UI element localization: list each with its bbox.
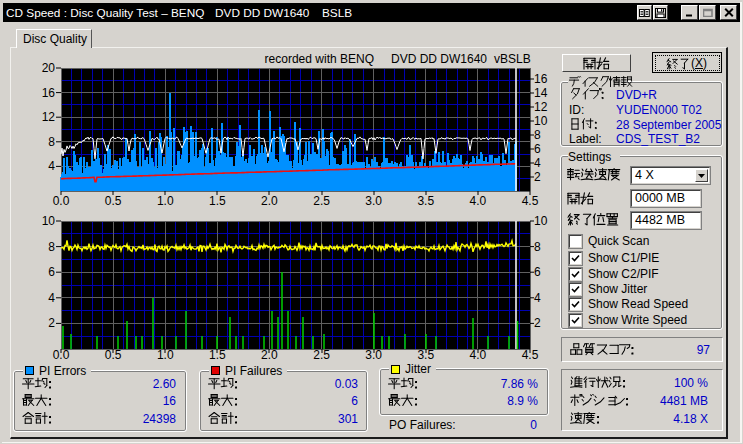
svg-text:2: 2: [534, 170, 541, 184]
svg-text:4: 4: [48, 159, 55, 173]
svg-text:1.5: 1.5: [209, 194, 226, 208]
svg-text:1.5: 1.5: [209, 348, 226, 362]
svg-text:1.0: 1.0: [157, 194, 174, 208]
svg-text:0.0: 0.0: [53, 194, 70, 208]
svg-text:recorded with BENQ: recorded with BENQ: [265, 52, 374, 66]
svg-text:8: 8: [534, 128, 541, 142]
svg-text:4: 4: [48, 291, 55, 305]
svg-text:8: 8: [48, 240, 55, 254]
svg-text:2.0: 2.0: [261, 194, 278, 208]
svg-text:3.0: 3.0: [365, 348, 382, 362]
svg-text:2: 2: [534, 316, 541, 330]
svg-text:3.5: 3.5: [417, 194, 434, 208]
svg-text:20: 20: [42, 61, 56, 75]
svg-text:3.5: 3.5: [417, 348, 434, 362]
svg-text:2.0: 2.0: [261, 348, 278, 362]
svg-text:4.5: 4.5: [522, 194, 539, 208]
svg-text:10: 10: [42, 214, 56, 228]
svg-text:10: 10: [534, 114, 548, 128]
svg-text:3.0: 3.0: [365, 194, 382, 208]
svg-text:0.0: 0.0: [53, 348, 70, 362]
svg-text:10: 10: [534, 214, 548, 228]
svg-text:6: 6: [48, 265, 55, 279]
svg-text:4.0: 4.0: [470, 194, 487, 208]
svg-text:6: 6: [534, 142, 541, 156]
svg-text:2: 2: [48, 316, 55, 330]
svg-text:DVD DD DW1640: DVD DD DW1640: [391, 52, 487, 66]
svg-text:4.5: 4.5: [522, 348, 539, 362]
svg-text:4: 4: [534, 291, 541, 305]
svg-text:2.5: 2.5: [313, 348, 330, 362]
svg-text:4.0: 4.0: [470, 348, 487, 362]
svg-text:16: 16: [534, 72, 548, 86]
svg-text:6: 6: [534, 265, 541, 279]
svg-text:12: 12: [534, 100, 548, 114]
svg-text:16: 16: [42, 86, 56, 100]
svg-text:14: 14: [534, 86, 548, 100]
svg-text:1.0: 1.0: [157, 348, 174, 362]
svg-text:vBSLB: vBSLB: [494, 52, 531, 66]
svg-text:12: 12: [42, 110, 56, 124]
svg-text:0.5: 0.5: [105, 194, 122, 208]
svg-text:8: 8: [48, 135, 55, 149]
svg-text:2.5: 2.5: [313, 194, 330, 208]
svg-text:8: 8: [534, 240, 541, 254]
svg-text:4: 4: [534, 156, 541, 170]
svg-text:0.5: 0.5: [105, 348, 122, 362]
